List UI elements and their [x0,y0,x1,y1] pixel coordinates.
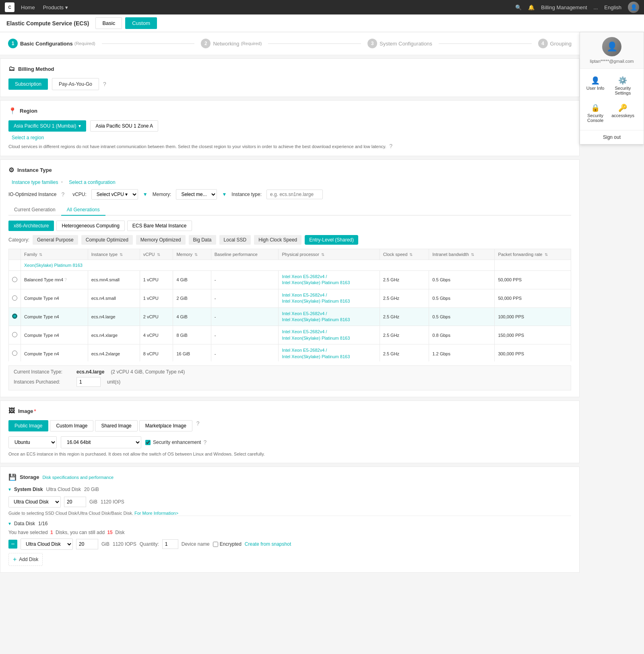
tab-all-gen[interactable]: All Generations [61,204,105,216]
cat-general-purpose[interactable]: General Purpose [33,235,78,245]
cat-entry-level[interactable]: Entry-Level (Shared) [305,235,358,245]
menu-security-settings[interactable]: ⚙️ Security Settings [610,73,636,99]
cell-bandwidth: 0.5 Gbps [429,307,495,326]
image-tab-public[interactable]: Public Image [8,420,48,431]
instance-families-link[interactable]: Instance type families [12,179,58,185]
disk-specs-link[interactable]: Disk specifications and performance [42,475,114,480]
table-row[interactable]: Compute Type n4 ecs.n4.small 1 vCPU 2 Gi… [9,289,571,307]
current-instance-desc: (2 vCPU 4 GiB, Compute Type n4) [111,369,185,375]
data-disk-size-input[interactable] [76,539,98,549]
user-avatar[interactable]: 👤 [628,2,639,13]
billing-management-link[interactable]: Billing Management [541,4,587,10]
cat-memory-optimized[interactable]: Memory Optimized [136,235,186,245]
sub-nav: Elastic Compute Service (ECS) Basic Cust… [0,14,644,32]
cell-family: Balanced Type mn4 ? [21,271,88,289]
more-icon[interactable]: ... [594,4,598,10]
region-section: 📍 Region Asia Pacific SOU 1 (Mumbai) ▾ A… [0,100,580,156]
cell-memory: 4 GiB [173,271,211,289]
menu-accesskeys[interactable]: 🔑 accesskeys [610,100,636,126]
select-config-link[interactable]: Select a configuration [69,179,115,185]
tab-custom[interactable]: Custom [125,17,157,29]
th-clock[interactable]: Clock speed ⇅ [380,249,429,260]
vcpu-filter-select[interactable]: Select vCPU ▾ [91,189,138,200]
create-from-snapshot-link[interactable]: Create from snapshot [245,541,291,547]
cell-memory: 16 GiB [173,345,211,361]
image-tab-custom[interactable]: Custom Image [50,420,93,431]
menu-user-info[interactable]: 👤 User Info [582,73,608,99]
cat-big-data[interactable]: Big Data [189,235,216,245]
tab-basic[interactable]: Basic [95,17,122,29]
cat-high-clock[interactable]: High Clock Speed [254,235,301,245]
memory-filter-select[interactable]: Select me... [176,189,217,200]
region-note-help-icon[interactable]: ? [389,143,392,149]
version-select[interactable]: 16.04 64bit 18.04 64bit 14.04 64bit [61,436,141,448]
th-bandwidth[interactable]: Intranet bandwidth ⇅ [429,249,495,260]
io-optimized-label: IO-Optimized Instance [8,192,56,197]
arch-x86[interactable]: x86-Architecture [8,221,54,231]
arch-bare-metal[interactable]: ECS Bare Metal Instance [127,221,192,231]
data-disk-type-select[interactable]: Ultra Cloud Disk SSD Cloud Disk Basic Cl… [21,538,73,550]
th-baseline[interactable]: Baseline performance [211,249,279,260]
instance-type-filter-input[interactable] [266,190,323,199]
instance-radio[interactable] [12,277,17,282]
os-select[interactable]: Ubuntu CentOS Debian [8,436,57,448]
encrypt-checkbox[interactable] [213,542,218,547]
system-disk-collapse-icon[interactable]: ▾ [8,487,11,492]
image-help-icon[interactable]: ? [196,420,200,431]
nav-home[interactable]: Home [21,4,35,10]
select-region-link[interactable]: Select a region [12,135,571,140]
region-select-btn[interactable]: Asia Pacific SOU 1 (Mumbai) ▾ [8,120,86,132]
system-disk-size-input[interactable] [64,497,86,507]
instances-purchased-input[interactable] [76,377,101,387]
step-4-circle: 4 [538,39,548,48]
cat-local-ssd[interactable]: Local SSD [219,235,251,245]
cell-family: Compute Type n4 [21,326,88,345]
search-icon[interactable]: 🔍 [515,4,522,10]
arch-heterogeneous[interactable]: Heterogeneous Computing [56,221,124,231]
quantity-input[interactable] [162,539,178,549]
table-row[interactable]: Compute Type n4 ecs.n4.xlarge 4 vCPU 8 G… [9,326,571,345]
th-memory[interactable]: Memory ⇅ [173,249,211,260]
table-row[interactable]: Compute Type n4 ecs.n4.large 2 vCPU 4 Gi… [9,307,571,326]
table-row[interactable]: Balanced Type mn4 ? ecs.mn4.small 1 vCPU… [9,271,571,289]
table-row[interactable]: Compute Type n4 ecs.n4.2xlarge 8 vCPU 16… [9,345,571,361]
tab-current-gen[interactable]: Current Generation [8,204,61,216]
add-disk-button[interactable]: + Add Disk [8,553,43,566]
security-settings-icon: ⚙️ [611,76,634,85]
language-selector[interactable]: English [604,4,621,10]
instance-radio[interactable] [12,332,17,337]
sign-out-button[interactable]: Sign out [580,130,644,144]
nav-products[interactable]: Products ▾ [43,4,68,10]
system-disk-size: 20 GiB [84,487,99,492]
th-pps[interactable]: Packet forwarding rate ⇅ [495,249,571,260]
billing-title: 🗂 Billing Method [8,65,571,72]
bell-icon[interactable]: 🔔 [528,4,535,10]
instance-radio[interactable] [12,314,17,319]
zone-selected-label: Asia Pacific SOU 1 Zone A [95,123,153,129]
instance-radio[interactable] [12,295,17,301]
th-instance-type[interactable]: Instance type ⇅ [88,249,140,260]
storage-title: 💾 Storage Disk specifications and perfor… [8,473,571,481]
cat-compute-optimized[interactable]: Compute Optimized [81,235,133,245]
image-title: 🖼 Image * [8,407,571,415]
more-info-link[interactable]: For More Information> [134,511,178,516]
th-vcpu[interactable]: vCPU ⇅ [140,249,173,260]
pay-as-you-go-btn[interactable]: Pay-As-You-Go [52,78,99,90]
security-enhancement-checkbox[interactable] [145,440,151,445]
image-tab-shared[interactable]: Shared Image [95,420,137,431]
io-help-icon[interactable]: ? [61,191,64,198]
system-disk-type-select[interactable]: Ultra Cloud Disk SSD Cloud Disk Basic Cl… [8,496,61,508]
th-processor[interactable]: Physical processor ⇅ [279,249,380,260]
data-disk-collapse-icon[interactable]: ▾ [8,521,11,526]
instance-radio[interactable] [12,351,17,356]
step-1: 1 Basic Configurations (Required) [8,39,95,48]
subscription-btn[interactable]: Subscription [8,78,48,90]
security-help-icon[interactable]: ? [203,439,206,446]
billing-help-icon[interactable]: ? [103,81,106,87]
th-family[interactable]: Family ⇅ [21,249,88,260]
image-tab-marketplace[interactable]: Marketplace Image [139,420,192,431]
menu-security-console[interactable]: 🔒 Security Console [582,100,608,126]
instances-purchased-row: Instances Purchased: unit(s) [14,377,566,387]
zone-select-btn[interactable]: Asia Pacific SOU 1 Zone A [90,120,158,132]
data-disk-remove-btn[interactable]: − [8,540,17,549]
